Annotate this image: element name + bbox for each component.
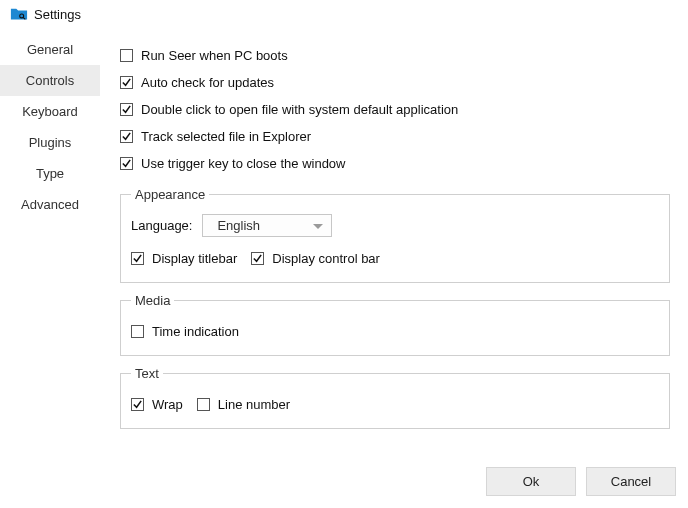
checkbox-line-number[interactable]: [197, 398, 210, 411]
footer: Ok Cancel: [0, 459, 688, 508]
checkbox-display-controlbar[interactable]: [251, 252, 264, 265]
sidebar-tab-keyboard[interactable]: Keyboard: [0, 96, 100, 127]
label-trigger-key: Use trigger key to close the window: [141, 156, 345, 171]
cancel-button[interactable]: Cancel: [586, 467, 676, 496]
legend-text: Text: [131, 366, 163, 381]
sidebar-tab-type[interactable]: Type: [0, 158, 100, 189]
select-language[interactable]: English: [202, 214, 332, 237]
label-wrap: Wrap: [152, 397, 183, 412]
sidebar-tab-advanced[interactable]: Advanced: [0, 189, 100, 220]
label-language: Language:: [131, 218, 192, 233]
label-time-indication: Time indication: [152, 324, 239, 339]
legend-media: Media: [131, 293, 174, 308]
content-panel: Run Seer when PC boots Auto check for up…: [100, 26, 688, 459]
checkbox-display-titlebar[interactable]: [131, 252, 144, 265]
legend-appearance: Appearance: [131, 187, 209, 202]
checkbox-wrap[interactable]: [131, 398, 144, 411]
group-media: Media Time indication: [120, 293, 670, 356]
title-bar: Settings: [0, 0, 688, 26]
sidebar-tab-plugins[interactable]: Plugins: [0, 127, 100, 158]
select-language-value: English: [217, 218, 260, 233]
checkbox-track-explorer[interactable]: [120, 130, 133, 143]
checkbox-auto-update[interactable]: [120, 76, 133, 89]
app-icon: [10, 6, 28, 22]
group-text: Text Wrap Line number: [120, 366, 670, 429]
ok-button[interactable]: Ok: [486, 467, 576, 496]
label-display-controlbar: Display control bar: [272, 251, 380, 266]
sidebar-tab-general[interactable]: General: [0, 34, 100, 65]
label-auto-update: Auto check for updates: [141, 75, 274, 90]
chevron-down-icon: [313, 218, 323, 233]
label-double-click: Double click to open file with system de…: [141, 102, 458, 117]
label-line-number: Line number: [218, 397, 290, 412]
window-title: Settings: [34, 7, 81, 22]
sidebar: General Controls Keyboard Plugins Type A…: [0, 26, 100, 459]
checkbox-run-on-boot[interactable]: [120, 49, 133, 62]
checkbox-trigger-key[interactable]: [120, 157, 133, 170]
label-run-on-boot: Run Seer when PC boots: [141, 48, 288, 63]
sidebar-tab-controls[interactable]: Controls: [0, 65, 100, 96]
checkbox-double-click[interactable]: [120, 103, 133, 116]
group-appearance: Appearance Language: English Display tit…: [120, 187, 670, 283]
checkbox-time-indication[interactable]: [131, 325, 144, 338]
label-track-explorer: Track selected file in Explorer: [141, 129, 311, 144]
label-display-titlebar: Display titlebar: [152, 251, 237, 266]
